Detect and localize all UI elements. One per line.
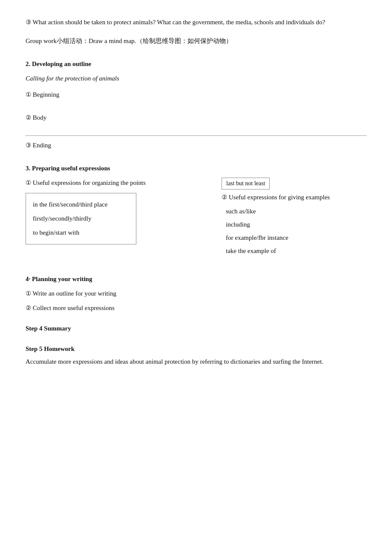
step-5-block: Step 5 Homework Accumulate more expressi… (26, 344, 366, 368)
col-right: last but not least ② Useful expressions … (217, 178, 366, 261)
outline-item-body: ② Body (26, 112, 366, 123)
outline-ending-label: ③ Ending (26, 140, 366, 150)
section-2-title: 2. Developing an outline (26, 59, 366, 69)
expression-for-example: for example/fbr instance (222, 235, 366, 241)
outline-divider (26, 135, 366, 136)
step-5-title: Step 5 Homework (26, 344, 366, 354)
outline-item-ending: ③ Ending (26, 140, 366, 150)
section-4-title: 4· Planning your writing (26, 274, 366, 284)
useful-exp-examples-label: ② Useful expressions for giving examples (222, 192, 366, 202)
question-3-block: ③ What action should be taken to protect… (26, 17, 366, 28)
step-4-block: Step 4 Summary (26, 323, 366, 333)
expression-such-as: such as/like (222, 208, 366, 215)
outline-item-beginning: ① Beginning (26, 89, 366, 100)
useful-exp-organize-label: ① Useful expressions for organizing the … (26, 178, 209, 188)
box-item-2: firstly/secondly/thirdly (33, 212, 129, 226)
box-item-1: in the first/second/third place (33, 198, 129, 212)
highlighted-box-wrapper: last but not least (222, 178, 366, 190)
expression-including: including (222, 221, 366, 228)
box-item-3: to begin/start with (33, 226, 129, 240)
step-4-title: Step 4 Summary (26, 323, 366, 333)
outline-beginning-label: ① Beginning (26, 89, 366, 100)
section-3: 3. Preparing useful expressions ① Useful… (26, 163, 366, 261)
section-2-subtitle: Calling for the protection of animals (26, 73, 366, 83)
section-3-columns: ① Useful expressions for organizing the … (26, 178, 366, 261)
planning-items-list: ① Write an outline for your writing ② Co… (26, 288, 366, 313)
outline-body-label: ② Body (26, 112, 366, 123)
giving-examples-list: such as/like including for example/fbr i… (222, 208, 366, 254)
question-3-text: ③ What action should be taken to protect… (26, 17, 366, 28)
section-3-title: 3. Preparing useful expressions (26, 163, 366, 173)
section-2: 2. Developing an outline Calling for the… (26, 59, 366, 150)
organizing-expressions-box: in the first/second/third place firstly/… (26, 193, 136, 244)
group-work-block: Group work小组活动：Draw a mind map.（绘制思维导图：如… (26, 36, 366, 46)
col-left: ① Useful expressions for organizing the … (26, 178, 217, 244)
last-but-not-least-box: last but not least (222, 178, 270, 190)
section-4: 4· Planning your writing ① Write an outl… (26, 274, 366, 313)
step-5-text: Accumulate more expressions and ideas ab… (26, 356, 366, 368)
group-work-text: Group work小组活动：Draw a mind map.（绘制思维导图：如… (26, 36, 366, 46)
planning-item-2: ② Collect more useful expressions (26, 303, 366, 313)
planning-item-1: ① Write an outline for your writing (26, 288, 366, 299)
expression-take-example: take the example of (222, 248, 366, 254)
